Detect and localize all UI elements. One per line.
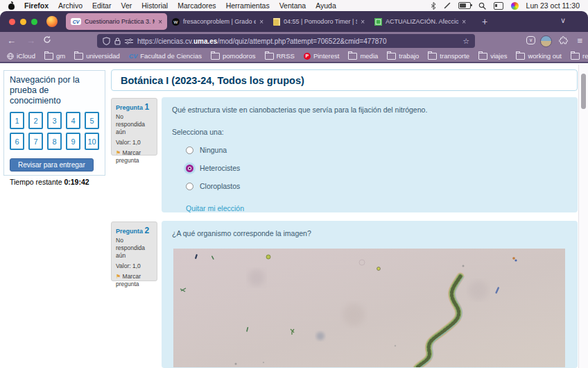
bookmark-gm[interactable]: gm (44, 52, 65, 60)
question-nav-button-2[interactable]: 2 (28, 112, 43, 129)
pencil-icon[interactable] (444, 2, 451, 9)
option-ninguna[interactable]: Ninguna (186, 146, 567, 154)
bookmark-label: universidad (86, 52, 120, 60)
finish-attempt-button[interactable]: Revisar para entregar (10, 158, 94, 172)
bookmark-star-icon[interactable]: ☆ (462, 37, 469, 46)
forward-button[interactable]: → (26, 35, 35, 47)
menu-ventana[interactable]: Ventana (279, 1, 306, 10)
close-tab-icon[interactable]: × (361, 18, 365, 26)
close-window-button[interactable] (9, 19, 15, 25)
globe-icon (7, 53, 14, 60)
apple-menu[interactable] (8, 2, 15, 10)
question-2-info: Pregunta 2 No respondida aún Valor: 1,0 … (111, 221, 157, 281)
folder-icon (74, 53, 83, 60)
tab-actualizacion[interactable]: ACTUALIZACIÓN. Afecciones a l × (370, 13, 471, 30)
pocket-icon[interactable]: ∨ (526, 36, 535, 44)
bookmark-rrss[interactable]: RRSS (265, 52, 295, 60)
cv-favicon: CV (71, 18, 81, 25)
question-number: 2 (144, 226, 149, 235)
zoom-window-button[interactable] (31, 19, 37, 25)
question-label: Pregunta (116, 228, 143, 235)
page-scrollbar[interactable] (578, 65, 588, 368)
battery-icon[interactable] (458, 2, 471, 9)
bookmark-media[interactable]: media (348, 52, 378, 60)
bookmark-label: RRSS (277, 52, 295, 60)
question-nav-button-8[interactable]: 8 (47, 133, 62, 150)
radio-checked-icon[interactable] (186, 165, 193, 172)
clear-choice-link[interactable]: Quitar mi elección (186, 204, 244, 212)
scrollbar-thumb[interactable] (581, 74, 586, 109)
question-nav-button-1[interactable]: 1 (10, 112, 24, 129)
menu-historial[interactable]: Historial (141, 1, 168, 10)
bookmark-icloud[interactable]: iCloud (7, 52, 35, 60)
lock-icon[interactable] (114, 37, 121, 45)
menu-editar[interactable]: Editar (92, 1, 111, 10)
bookmark-recetas[interactable]: recetas (571, 52, 588, 60)
question-nav-button-3[interactable]: 3 (47, 112, 62, 129)
new-tab-button[interactable]: + (482, 16, 487, 27)
bookmark-universidad[interactable]: universidad (74, 52, 120, 60)
radio-unchecked-icon[interactable] (186, 183, 193, 190)
stage-manager-icon[interactable] (494, 2, 503, 10)
reload-button[interactable] (43, 35, 51, 44)
app-menu-icon[interactable]: ≡ (577, 35, 582, 46)
time-remaining: Tiempo restante 0:19:42 (10, 178, 99, 186)
close-tab-icon[interactable]: × (462, 18, 466, 26)
bookmark-label: working out (528, 52, 562, 60)
time-remaining-value: 0:19:42 (64, 178, 89, 186)
address-bar[interactable]: https://ciencias.cv.uma.es/mod/quiz/atte… (97, 34, 475, 48)
bookmark-label: pomodoros (223, 52, 256, 60)
close-tab-icon[interactable]: × (158, 18, 162, 26)
tab-fresaconproblem[interactable]: w fresaconproblem | Grado en Biol × (167, 13, 268, 30)
tab-pomodoro[interactable]: 04:55 | Pomodoro Timer | Study × (268, 13, 370, 30)
flag-icon: ⚑ (116, 274, 121, 280)
permissions-sliders-icon[interactable] (125, 38, 133, 44)
tab-title: ACTUALIZACIÓN. Afecciones a l (386, 18, 458, 25)
folder-icon (428, 53, 437, 60)
tab-title: 04:55 | Pomodoro Timer | Study (284, 18, 357, 25)
bookmark-pomodoros[interactable]: pomodoros (211, 52, 256, 60)
question-nav-button-9[interactable]: 9 (66, 133, 80, 150)
bookmark-label: Facultad de Ciencias (140, 52, 202, 60)
color-wheel-icon[interactable] (511, 2, 519, 10)
url-text[interactable]: https://ciencias.cv.uma.es/mod/quiz/atte… (137, 37, 458, 45)
bookmark-pinterest[interactable]: PPinterest (304, 52, 340, 60)
question-nav-button-7[interactable]: 7 (28, 133, 43, 150)
menu-archivo[interactable]: Archivo (58, 1, 83, 10)
menu-ver[interactable]: Ver (121, 1, 132, 10)
list-all-tabs-icon[interactable]: ∨ (560, 16, 566, 25)
option-cloroplastos[interactable]: Cloroplastos (186, 182, 567, 190)
extensions-puzzle-icon[interactable] (559, 36, 568, 45)
folder-icon (571, 53, 580, 60)
minimize-window-button[interactable] (20, 19, 26, 25)
menu-marcadores[interactable]: Marcadores (178, 1, 216, 10)
bookmark-label: gm (56, 52, 65, 60)
cv-favicon: CV (129, 53, 138, 60)
bookmark-viajes[interactable]: viajes (478, 52, 507, 60)
menubar-clock[interactable]: Lun 23 oct 11:30 (526, 1, 580, 10)
account-avatar[interactable] (540, 35, 552, 47)
menu-firefox[interactable]: Firefox (24, 1, 49, 10)
question-number: 1 (144, 102, 149, 112)
question-nav-button-6[interactable]: 6 (10, 133, 24, 150)
close-tab-icon[interactable]: × (259, 18, 263, 26)
option-heterocistes[interactable]: Heterocistes (186, 164, 567, 172)
question-text: Qué estructura viste en cianobacterias q… (172, 106, 567, 114)
question-nav-button-4[interactable]: 4 (66, 112, 80, 129)
bluetooth-icon[interactable] (431, 2, 436, 10)
back-button[interactable]: ← (7, 35, 16, 47)
shield-icon[interactable] (103, 37, 110, 45)
search-icon[interactable] (478, 2, 486, 10)
question-nav-button-10[interactable]: 10 (85, 133, 99, 150)
tab-cuestionario[interactable]: CV Cuestionario Práctica 3. Microal × (66, 13, 167, 30)
menu-herramientas[interactable]: Herramientas (226, 1, 270, 10)
question-nav-button-5[interactable]: 5 (85, 112, 99, 129)
radio-unchecked-icon[interactable] (186, 147, 193, 154)
bookmark-trabajo[interactable]: trabajo (387, 52, 419, 60)
bookmark-working-out[interactable]: working out (516, 52, 562, 60)
tab-title: Cuestionario Práctica 3. Microal (85, 18, 155, 25)
question-label: Pregunta (116, 104, 143, 111)
bookmark-transporte[interactable]: transporte (428, 52, 469, 60)
menu-ayuda[interactable]: Ayuda (315, 1, 336, 10)
bookmark-facultad-ciencias[interactable]: CVFacultad de Ciencias (129, 52, 202, 60)
